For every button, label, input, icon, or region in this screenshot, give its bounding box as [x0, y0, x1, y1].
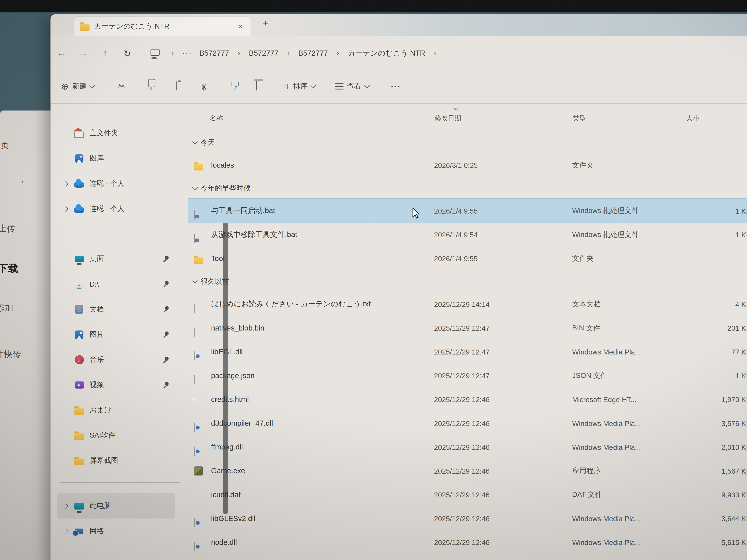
file-type: 应用程序	[572, 466, 601, 476]
forward-button[interactable]: →	[73, 48, 95, 58]
file-row-libEGL.dll[interactable]: libEGL.dll2025/12/29 12:47Windows Media …	[188, 340, 747, 364]
breadcrumb-chevron-icon: ›	[238, 49, 240, 58]
file-size: 201 KB	[660, 324, 747, 332]
sidebar-item-音乐[interactable]: ♪音乐	[57, 347, 175, 372]
documents-icon	[71, 305, 86, 314]
file-row-credits.html[interactable]: credits.html2025/12/29 12:46Microsoft Ed…	[188, 388, 747, 411]
sidebar-item-桌面[interactable]: 桌面	[57, 246, 175, 271]
file-row-Game.exe[interactable]: Game.exe2025/12/29 12:46应用程序1,567 KB	[188, 459, 747, 483]
new-button[interactable]: ⊕ 新建	[61, 81, 93, 92]
txt-file-icon	[194, 304, 195, 313]
clipboard-icon	[176, 81, 177, 90]
sidebar-item-此电脑[interactable]: 此电脑	[57, 494, 175, 518]
new-tab-button[interactable]: +	[263, 18, 268, 29]
sidebar-item-图库[interactable]: 图库	[57, 146, 175, 171]
new-button-label: 新建	[72, 82, 86, 90]
sidebar-item-おまけ[interactable]: おまけ	[57, 398, 175, 423]
breadcrumb-overflow-button[interactable]: ···	[182, 49, 192, 58]
view-button[interactable]: 查看	[335, 82, 368, 90]
breadcrumb-chevron-icon: ›	[336, 49, 339, 58]
sort-button[interactable]: ↑↓ 排序	[283, 82, 314, 90]
sidebar-item-视频[interactable]: ▶视频	[57, 372, 175, 398]
chevron-right-icon[interactable]	[60, 182, 71, 186]
column-header-size[interactable]: 大小	[686, 114, 699, 123]
sidebar-item-label: 主文件夹	[89, 129, 175, 138]
file-date-modified: 2025/12/29 12:47	[434, 324, 490, 332]
file-row-locales[interactable]: locales2026/3/1 0:25文件夹	[188, 153, 747, 177]
toolbar-divider	[51, 103, 747, 104]
file-row-Tool[interactable]: Tool2026/1/4 9:55文件夹	[188, 247, 747, 270]
sidebar-item-网络[interactable]: 网络	[57, 518, 175, 544]
file-date-modified: 2025/12/29 12:46	[434, 443, 490, 451]
back-button[interactable]: ←	[51, 48, 73, 58]
copy-button[interactable]	[151, 82, 151, 90]
file-type: Windows Media Pla...	[572, 348, 641, 356]
sidebar-item-文档[interactable]: 文档	[57, 297, 175, 322]
chevron-right-icon[interactable]	[60, 529, 71, 533]
file-row-はじめにお読みください - カーテンのむこう.txt[interactable]: はじめにお読みください - カーテンのむこう.txt2025/12/29 14:…	[188, 292, 747, 316]
file-size: 1,970 KB	[660, 396, 747, 403]
chevron-right-icon[interactable]	[60, 504, 71, 508]
group-header-今年的早些时候[interactable]: 今年的早些时候	[188, 177, 747, 199]
breadcrumb-item[interactable]: B572777	[249, 49, 278, 58]
file-row-与工具一同启动.bat[interactable]: 与工具一同启动.bat2026/1/4 9:55Windows 批处理文件1 K…	[188, 199, 747, 223]
file-size: 3,576 KB	[660, 419, 747, 427]
file-date-modified: 2026/1/4 9:55	[434, 207, 478, 215]
more-options-button[interactable]: ···	[391, 81, 401, 91]
breadcrumb-item[interactable]: B572777	[298, 49, 328, 58]
side-app-item-quick-transfer[interactable]: 文件快传	[0, 349, 38, 360]
cut-button[interactable]: ✂	[118, 81, 126, 92]
explorer-tab[interactable]: カーテンのむこう NTR ×	[74, 17, 251, 36]
column-header-date-modified[interactable]: 修改日期	[435, 114, 461, 123]
sidebar-item-D:\[interactable]: ↓D:\	[57, 271, 175, 297]
sidebar-item-连聪 - 个人[interactable]: 连聪 - 个人	[57, 171, 175, 196]
rename-icon: A	[202, 84, 206, 90]
sidebar-item-连聪 - 个人[interactable]: 连聪 - 个人	[57, 196, 175, 221]
back-arrow-icon[interactable]: ←	[19, 174, 29, 187]
this-pc-icon[interactable]	[151, 49, 159, 56]
side-app-item-upload[interactable]: 上传	[0, 223, 49, 234]
refresh-button[interactable]: ↻	[116, 48, 138, 59]
group-header-label: 今年的早些时候	[201, 184, 251, 192]
pin-icon	[163, 382, 173, 388]
file-row-package.json[interactable]: package.json2025/12/29 12:47JSON 文件1 KB	[188, 364, 747, 388]
copy-icon	[151, 81, 151, 90]
group-header-今天[interactable]: 今天	[188, 131, 747, 153]
sidebar-item-图片[interactable]: 图片	[57, 322, 175, 347]
file-row-从游戏中移除工具文件.bat[interactable]: 从游戏中移除工具文件.bat2026/1/4 9:54Windows 批处理文件…	[188, 223, 747, 247]
file-name: 与工具一同启动.bat	[211, 206, 275, 216]
pin-icon	[163, 256, 173, 262]
side-app-item-cloud-add[interactable]: 云添加	[0, 302, 38, 313]
paste-button[interactable]	[176, 82, 177, 90]
chevron-right-icon[interactable]	[60, 207, 71, 211]
rename-button[interactable]: A	[202, 82, 206, 90]
command-toolbar: ⊕ 新建 ✂ A ↑↓ 排序 查看 ···	[51, 71, 747, 102]
file-explorer-window: カーテンのむこう NTR × + ← → ↑ ↻ › ··· B572777 ›…	[51, 14, 747, 560]
file-row-ffmpeg.dll[interactable]: ffmpeg.dll2025/12/29 12:46Windows Media …	[188, 435, 747, 459]
file-list: 今天locales2026/3/1 0:25文件夹今年的早些时候与工具一同启动.…	[188, 131, 747, 554]
file-row-natives_blob.bin[interactable]: natives_blob.bin2025/12/29 12:47BIN 文件20…	[188, 316, 747, 340]
file-row-d3dcompiler_47.dll[interactable]: d3dcompiler_47.dll2025/12/29 12:46Window…	[188, 411, 747, 435]
file-size: 9,933 KB	[660, 491, 747, 499]
file-size: 4 KB	[660, 300, 747, 309]
breadcrumb-chevron-icon: ›	[171, 49, 174, 58]
breadcrumb-item[interactable]: B572777	[199, 49, 229, 58]
column-header-type[interactable]: 类型	[573, 114, 586, 123]
file-row-node.dll[interactable]: node.dll2025/12/29 12:46Windows Media Pl…	[188, 531, 747, 554]
breadcrumb-item-current[interactable]: カーテンのむこう NTR	[348, 48, 425, 58]
file-row-libGLESv2.dll[interactable]: libGLESv2.dll2025/12/29 12:46Windows Med…	[188, 507, 747, 531]
sort-direction-chevron-icon[interactable]	[454, 105, 459, 110]
sidebar-item-屏幕截图[interactable]: 屏幕截图	[57, 448, 175, 474]
file-name: natives_blob.bin	[211, 324, 264, 332]
up-button[interactable]: ↑	[94, 48, 116, 58]
delete-button[interactable]	[256, 82, 257, 90]
file-row-icudtl.dat[interactable]: icudtl.dat2025/12/29 12:46DAT 文件9,933 KB	[188, 483, 747, 507]
side-app-item-download[interactable]: 下载	[0, 262, 49, 275]
group-header-很久以前[interactable]: 很久以前	[188, 270, 747, 292]
download-icon: ↓	[71, 280, 86, 288]
sidebar-item-主文件夹[interactable]: 主文件夹	[57, 121, 175, 146]
file-date-modified: 2025/12/29 12:46	[434, 515, 490, 523]
column-header-name[interactable]: 名称	[210, 114, 223, 123]
sidebar-item-SAI软件[interactable]: SAI软件	[57, 423, 175, 448]
close-tab-icon[interactable]: ×	[236, 22, 245, 31]
